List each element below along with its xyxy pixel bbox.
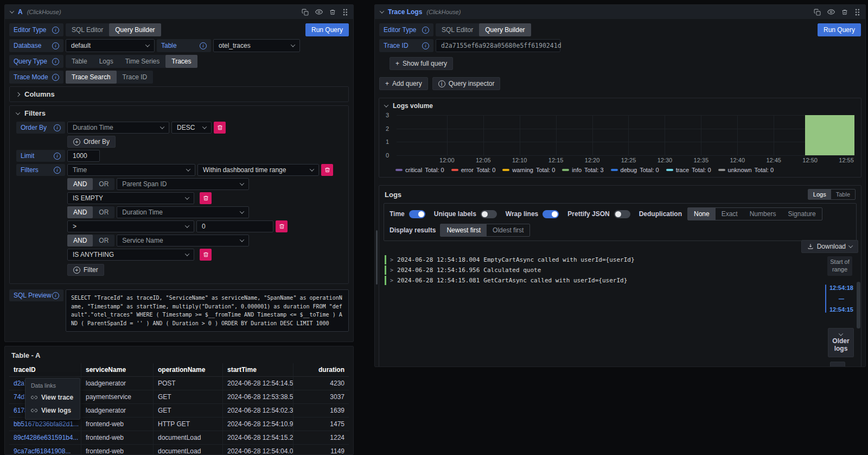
info-icon[interactable]: i xyxy=(54,124,61,131)
scroll-to-top-button[interactable]: ↑ xyxy=(830,362,845,367)
info-icon[interactable]: i xyxy=(422,42,429,49)
and-option[interactable]: AND xyxy=(67,206,93,218)
duplicate-query-icon[interactable] xyxy=(814,9,821,16)
legend-item[interactable]: traceTotal: 0 xyxy=(666,167,711,173)
column-header-servicename[interactable]: serviceName xyxy=(81,363,154,377)
filters-section-header[interactable]: Filters xyxy=(10,106,348,121)
remove-filter-button[interactable] xyxy=(321,164,333,176)
duplicate-query-icon[interactable] xyxy=(302,9,309,16)
legend-item[interactable]: infoTotal: 3 xyxy=(562,167,603,173)
query-type-logs[interactable]: Logs xyxy=(93,55,119,68)
log-entry[interactable]: >2024-06-28 12:54:16.956Calculated quote xyxy=(385,266,790,275)
query-builder-option[interactable]: Query Builder xyxy=(109,23,161,36)
delete-query-icon[interactable] xyxy=(329,9,336,16)
filter-operator-select[interactable]: IS ANYTHING xyxy=(67,249,194,261)
filter-operator-select[interactable]: Within dashboard time range xyxy=(197,164,319,176)
logs-volume-header[interactable]: Logs volume xyxy=(379,98,861,111)
query-type-traces[interactable]: Traces xyxy=(165,55,197,68)
query-type-time-series[interactable]: Time Series xyxy=(119,55,166,68)
info-icon[interactable]: i xyxy=(54,153,61,160)
delete-query-icon[interactable] xyxy=(841,9,848,16)
show-full-query-button[interactable]: +Show full query xyxy=(390,57,453,70)
dedup-numbers-option[interactable]: Numbers xyxy=(744,208,782,220)
add-query-button[interactable]: +Add query xyxy=(379,77,428,90)
panel-scrollbar[interactable] xyxy=(376,230,378,285)
limit-input[interactable]: 1000 xyxy=(67,150,100,162)
or-option[interactable]: OR xyxy=(93,206,114,218)
trace-mode-id[interactable]: Trace ID xyxy=(117,71,154,84)
dedup-none-option[interactable]: None xyxy=(688,208,716,220)
run-query-button[interactable]: Run Query xyxy=(305,23,349,36)
log-entry[interactable]: >2024-06-28 12:54:18.004EmptyCartAsync c… xyxy=(385,255,790,264)
view-trace-link[interactable]: View trace xyxy=(25,391,80,404)
info-icon[interactable]: i xyxy=(52,74,59,81)
expand-log-icon[interactable]: > xyxy=(390,267,393,273)
or-option[interactable]: OR xyxy=(93,178,114,190)
disable-query-eye-icon[interactable] xyxy=(315,8,323,16)
newest-first-option[interactable]: Newest first xyxy=(441,224,487,236)
legend-item[interactable]: unknownTotal: 0 xyxy=(718,167,774,173)
logs-scrollbar[interactable] xyxy=(857,282,860,328)
trace-id-link[interactable]: 89cf4286e631591b4... xyxy=(9,431,81,445)
info-icon[interactable]: i xyxy=(52,27,59,34)
legend-item[interactable]: warningTotal: 0 xyxy=(502,167,555,173)
view-logs-option[interactable]: Logs xyxy=(808,189,831,199)
legend-item[interactable]: errorTotal: 0 xyxy=(451,167,496,173)
remove-filter-button[interactable] xyxy=(200,249,212,261)
toggle-switch-on[interactable] xyxy=(542,210,559,218)
toggle-switch-on[interactable] xyxy=(409,210,425,218)
dedup-signature-option[interactable]: Signature xyxy=(782,208,821,220)
collapse-chevron-icon[interactable] xyxy=(10,9,14,13)
trace-id-link[interactable]: 9ca7acf61841908... xyxy=(9,445,81,455)
view-table-option[interactable]: Table xyxy=(831,189,855,199)
drag-handle-icon[interactable] xyxy=(854,9,860,16)
column-header-operationname[interactable]: operationName xyxy=(154,363,223,377)
remove-filter-button[interactable] xyxy=(200,192,212,204)
query-builder-option[interactable]: Query Builder xyxy=(479,23,531,36)
columns-section-header[interactable]: Columns xyxy=(10,87,348,102)
legend-item[interactable]: criticalTotal: 0 xyxy=(395,167,444,173)
oldest-first-option[interactable]: Oldest first xyxy=(487,224,529,236)
filter-field-select[interactable]: Parent Span ID xyxy=(117,178,249,190)
database-select[interactable]: default xyxy=(66,39,155,52)
filter-operator-select[interactable]: IS EMPTY xyxy=(67,192,194,204)
filter-field-select[interactable]: Duration Time xyxy=(117,206,249,218)
table-select[interactable]: otel_traces xyxy=(213,39,300,52)
wrap-lines-toggle[interactable]: Wrap lines xyxy=(506,210,559,218)
time-toggle[interactable]: Time xyxy=(390,210,425,218)
column-header-starttime[interactable]: startTime xyxy=(223,363,293,377)
column-header-duration[interactable]: duration xyxy=(293,363,349,377)
legend-item[interactable]: debugTotal: 0 xyxy=(611,167,659,173)
toggle-switch-off[interactable] xyxy=(614,210,630,218)
add-filter-button[interactable]: +Filter xyxy=(67,264,104,276)
expand-log-icon[interactable]: > xyxy=(390,257,393,263)
filter-field-select[interactable]: Service Name xyxy=(117,235,249,247)
or-option[interactable]: OR xyxy=(93,235,114,247)
info-volume-bar[interactable] xyxy=(805,115,854,155)
filter-field-select[interactable]: Time xyxy=(67,164,195,176)
query-inspector-button[interactable]: iQuery inspector xyxy=(432,77,501,90)
log-entry[interactable]: >2024-06-28 12:54:15.081GetCartAsync cal… xyxy=(385,276,790,285)
drag-handle-icon[interactable] xyxy=(342,9,348,16)
sql-editor-option[interactable]: SQL Editor xyxy=(436,23,479,36)
and-option[interactable]: AND xyxy=(67,178,93,190)
run-query-button[interactable]: Run Query xyxy=(818,23,861,36)
expand-log-icon[interactable]: > xyxy=(390,277,393,283)
view-logs-link[interactable]: View logs xyxy=(25,404,80,417)
column-header-traceid[interactable]: traceID xyxy=(9,363,81,377)
disable-query-eye-icon[interactable] xyxy=(827,8,835,16)
order-by-direction-select[interactable]: DESC xyxy=(171,122,212,134)
info-icon[interactable]: i xyxy=(52,292,59,299)
info-icon[interactable]: i xyxy=(52,58,59,65)
filter-operator-select[interactable]: > xyxy=(67,220,194,232)
unique-labels-toggle[interactable]: Unique labels xyxy=(434,210,497,218)
remove-filter-button[interactable] xyxy=(276,220,288,232)
remove-order-by-button[interactable] xyxy=(214,122,226,134)
prettify-json-toggle[interactable]: Prettify JSON xyxy=(567,210,630,218)
info-icon[interactable]: i xyxy=(422,27,429,34)
sql-editor-option[interactable]: SQL Editor xyxy=(66,23,109,36)
filter-value-input[interactable]: 0 xyxy=(196,220,273,232)
add-order-by-button[interactable]: +Order By xyxy=(67,136,116,148)
info-icon[interactable]: i xyxy=(200,42,207,49)
and-option[interactable]: AND xyxy=(67,235,93,247)
